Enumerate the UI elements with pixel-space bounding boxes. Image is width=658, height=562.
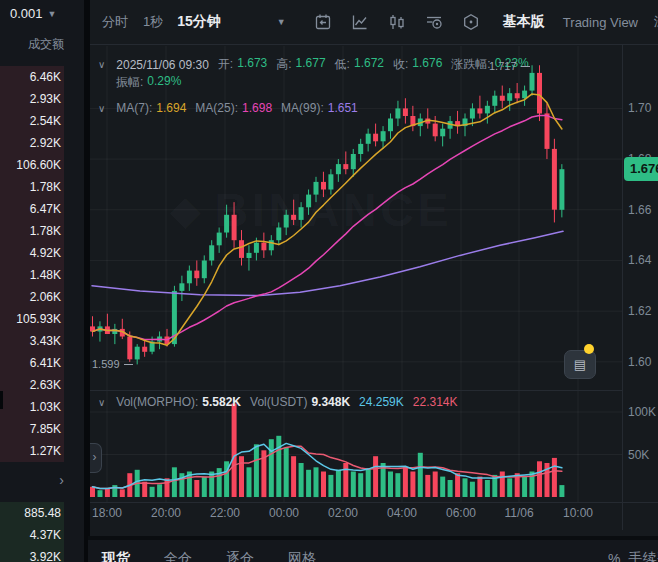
change-label: 涨跌幅: [451,56,490,73]
bottom-tab-bar: 现货 全仓 逐仓 网格 % 手续费 [88,540,658,562]
vol-base-label: Vol(MORPHO): [116,395,198,409]
ask-row[interactable]: 1.78K [0,176,64,198]
ask-row[interactable]: 4.92K [0,242,64,264]
high-price-annotation: 1.717 [489,60,530,72]
volume-legend: ∨ Vol(MORPHO):5.582K Vol(USDT)9.348K 24.… [98,395,458,409]
scrollbar-thumb[interactable] [0,391,3,409]
low-marker-dash [124,364,133,365]
chevron-down-icon: ▼ [48,9,57,19]
collapse-caret-icon[interactable]: ∨ [98,397,105,408]
news-feed-button[interactable]: ▤ [564,350,596,379]
ohlc-info-bar: ∨ 2025/11/06 09:30 开:1.673 高:1.677 低:1.6… [98,56,529,73]
ma-legend: ∨ MA(7):1.694 MA(25):1.698 MA(99):1.651 [98,101,358,115]
ma7-value: 1.694 [156,101,186,115]
tab-1s[interactable]: 1秒 [143,13,163,31]
ask-row[interactable]: 1.27K [0,440,64,462]
low-label: 低: [335,56,350,73]
binance-watermark: ◆ BINANCE [170,180,530,240]
expand-chevron-icon: › [59,472,64,488]
time-axis-label: 18:00 [92,506,122,520]
open-label: 开: [218,56,233,73]
ask-row[interactable]: 2.92K [0,132,64,154]
tab-basic-version[interactable]: 基本版 [503,13,545,31]
tab-depth[interactable]: 深度 [654,13,658,31]
vol-ma-fast-value: 24.259K [359,395,404,409]
high-price-value: 1.717 [489,60,517,72]
tab-isolated[interactable]: 逐仓 [226,550,254,562]
bid-row[interactable]: 4.37K [0,524,64,546]
line-chart-icon[interactable] [351,13,369,31]
collapse-caret-icon[interactable]: ∨ [98,103,105,114]
close-value: 1.676 [412,56,442,73]
price-axis-label: 1.66 [628,203,658,217]
ask-row[interactable]: 105.93K [0,308,64,330]
notification-dot [584,344,594,354]
ma7-label: MA(7): [116,101,152,115]
tab-spot[interactable]: 现货 [102,550,130,562]
indicator-icon[interactable] [425,13,443,31]
ask-row[interactable]: 2.63K [0,374,64,396]
bid-row[interactable]: 3.92K [0,546,64,562]
tab-time-sharing[interactable]: 分时 [102,13,128,31]
high-marker-dash [521,66,530,67]
tab-15min[interactable]: 15分钟 [177,13,221,31]
tab-trading-view[interactable]: Trading View [563,15,638,30]
ask-row[interactable]: 2.54K [0,110,64,132]
candlestick-chart[interactable] [0,0,658,562]
order-book-column-header: 成交额 [0,36,67,53]
high-value: 1.677 [296,56,326,73]
bid-row[interactable]: 885.48 [0,502,64,524]
ask-row[interactable]: 3.43K [0,330,64,352]
time-axis-label: 02:00 [328,506,358,520]
tab-cross[interactable]: 全仓 [164,550,192,562]
volume-axis-label: 50K [628,448,658,462]
ask-row[interactable]: 2.06K [0,286,64,308]
chart-toolbar: 分时 1秒 15分钟 ▼ 基本版 Trading View 深度 [90,0,658,45]
ask-row[interactable]: 6.46K [0,66,64,88]
order-book-expand-button[interactable]: › [0,468,70,492]
ask-row[interactable]: 6.41K [0,352,64,374]
candlestick-icon[interactable] [388,13,406,31]
ask-row[interactable]: 1.03K [0,396,64,418]
ask-row[interactable]: 1.78K [0,220,64,242]
price-axis-label: 1.70 [628,101,658,115]
tab-grid[interactable]: 网格 [288,550,316,562]
percent-icon: % [608,551,620,562]
ma25-label: MA(25): [195,101,238,115]
hexagon-target-icon[interactable] [462,13,480,31]
time-axis-label: 22:00 [210,506,240,520]
precision-dropdown[interactable]: 0.001 ▼ [10,6,56,21]
amplitude-info: 振幅:0.29% [116,74,181,91]
low-value: 1.672 [354,56,384,73]
amplitude-label: 振幅: [116,74,143,91]
low-price-value: 1.599 [92,358,120,370]
time-axis-label: 10:00 [563,506,593,520]
collapse-caret-icon[interactable]: ∨ [98,59,105,70]
panel-divider [84,0,90,562]
ask-row[interactable]: 106.60K [0,154,64,176]
ask-row[interactable]: 7.85K [0,418,64,440]
precision-value: 0.001 [10,6,43,21]
time-axis-label: 04:00 [387,506,417,520]
price-axis-label: 1.64 [628,253,658,267]
fee-rate-button[interactable]: % 手续费 [608,550,658,562]
time-axis-label: 20:00 [151,506,181,520]
interval-dropdown-caret-icon[interactable]: ▼ [277,17,286,27]
ask-row[interactable]: 6.47K [0,198,64,220]
candle-datetime: 2025/11/06 09:30 [116,58,209,72]
close-label: 收: [393,56,408,73]
ma99-value: 1.651 [328,101,358,115]
news-icon: ▤ [574,357,586,372]
panel-expand-handle[interactable]: › [88,443,102,473]
ask-row[interactable]: 2.93K [0,88,64,110]
vol-base-value: 5.582K [202,395,241,409]
binance-logo-icon: ◆ [170,187,205,233]
high-label: 高: [276,56,291,73]
time-axis-label: 11/06 [504,506,533,520]
chevron-right-icon: › [93,450,97,464]
low-price-annotation: 1.599 [92,358,133,370]
calendar-icon[interactable] [314,13,332,31]
ask-row[interactable]: 1.48K [0,264,64,286]
time-axis-label: 00:00 [269,506,299,520]
volume-axis-label: 100K [628,405,658,419]
